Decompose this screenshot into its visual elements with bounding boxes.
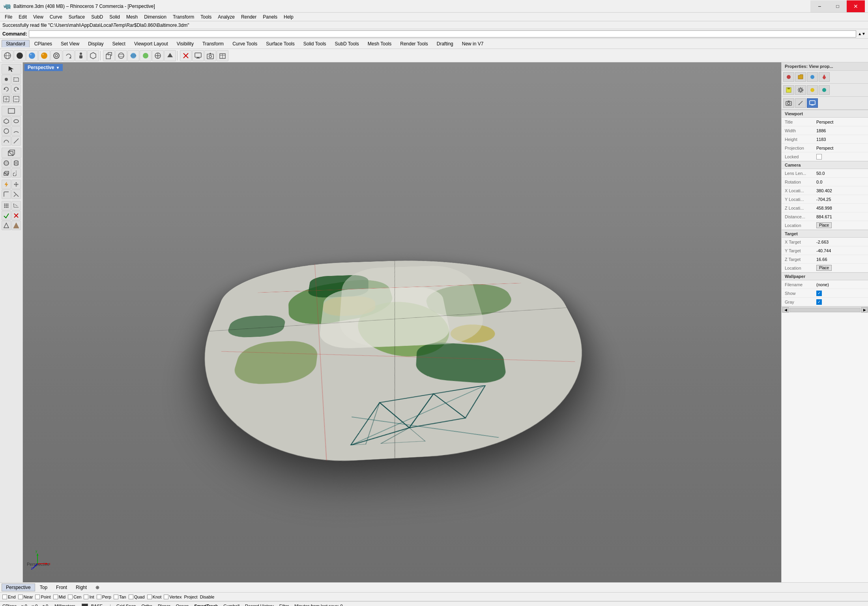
- menu-transform[interactable]: Transform: [170, 13, 197, 21]
- menu-curve[interactable]: Curve: [47, 13, 65, 21]
- command-input[interactable]: [29, 30, 857, 38]
- toolbar-icon-person[interactable]: [75, 50, 87, 61]
- menu-render[interactable]: Render: [238, 13, 260, 21]
- trim-icon[interactable]: [11, 189, 21, 199]
- layer-swatch[interactable]: [82, 604, 88, 606]
- snap-cen-checkbox[interactable]: [68, 595, 73, 599]
- close-button[interactable]: ✕: [847, 0, 865, 12]
- select-window-icon[interactable]: [11, 75, 21, 84]
- fillet-icon[interactable]: [2, 189, 11, 199]
- tab-solid-tools[interactable]: Solid Tools: [299, 40, 330, 47]
- ellipse-icon[interactable]: [11, 116, 21, 126]
- panel-icon-folder[interactable]: [795, 72, 806, 82]
- toolbar-icon-box2[interactable]: [217, 50, 228, 61]
- minimize-button[interactable]: −: [810, 0, 829, 12]
- tab-standard[interactable]: Standard: [2, 40, 30, 47]
- menu-help[interactable]: Help: [281, 13, 297, 21]
- snap-vertex-checkbox[interactable]: [164, 595, 168, 599]
- viewport-dropdown-arrow[interactable]: ▼: [56, 66, 60, 70]
- select-point-icon[interactable]: [2, 75, 11, 84]
- snap-point-checkbox[interactable]: [35, 595, 40, 599]
- vp-tab-top[interactable]: Top: [36, 584, 51, 591]
- viewport-label[interactable]: Perspective ▼: [24, 64, 63, 71]
- toolbar-icon-x-mark[interactable]: [180, 50, 192, 61]
- lightning-icon[interactable]: [2, 180, 11, 189]
- toolbar-icon-hex[interactable]: [87, 50, 99, 61]
- freeform-icon[interactable]: [2, 136, 11, 146]
- toolbar-icon-arrow-up[interactable]: [164, 50, 176, 61]
- box-icon[interactable]: [2, 148, 21, 158]
- panel-icon-save[interactable]: [783, 85, 794, 95]
- revolve-icon[interactable]: [11, 168, 21, 178]
- toolbar-icon-ring[interactable]: [51, 50, 62, 61]
- toolbar-icon-blue-sphere[interactable]: [26, 50, 38, 61]
- panel-icon-red-pencil[interactable]: [819, 72, 830, 82]
- tab-display[interactable]: Display: [84, 40, 107, 47]
- show-checkbox[interactable]: ✓: [816, 291, 822, 296]
- deselect-icon[interactable]: [11, 94, 21, 104]
- osnap-label[interactable]: Osnap: [176, 604, 189, 606]
- menu-mesh[interactable]: Mesh: [123, 13, 141, 21]
- gray-checkbox[interactable]: ✓: [816, 299, 822, 305]
- tab-cplanes[interactable]: CPlanes: [30, 40, 56, 47]
- menu-subd[interactable]: SubD: [88, 13, 106, 21]
- grid-snap-label[interactable]: Grid Snap: [116, 604, 136, 606]
- record-history-label[interactable]: Record History: [245, 604, 274, 606]
- x-close-icon[interactable]: [11, 211, 21, 220]
- arc-icon[interactable]: [11, 126, 21, 136]
- panel-icon-paint[interactable]: [783, 72, 794, 82]
- panel-icon-display[interactable]: [807, 98, 818, 108]
- panel-icon-gear[interactable]: [795, 85, 806, 95]
- panel-icon-camera2[interactable]: [783, 98, 794, 108]
- undo-icon[interactable]: [2, 84, 11, 94]
- command-down-arrow[interactable]: ▼: [862, 32, 866, 36]
- snap-tan-checkbox[interactable]: [114, 595, 118, 599]
- vp-tab-front[interactable]: Front: [52, 584, 71, 591]
- panel-icon-blue-circle[interactable]: [807, 72, 818, 82]
- tab-select[interactable]: Select: [108, 40, 129, 47]
- vp-tab-perspective[interactable]: Perspective: [2, 583, 35, 591]
- menu-tools[interactable]: Tools: [197, 13, 215, 21]
- snap-near-checkbox[interactable]: [18, 595, 23, 599]
- menu-surface[interactable]: Surface: [65, 13, 88, 21]
- scroll-left-arrow[interactable]: ◀: [782, 307, 789, 313]
- tab-viewport-layout[interactable]: Viewport Layout: [130, 40, 172, 47]
- smarttrack-label[interactable]: SmartTrack: [194, 604, 218, 606]
- grid-dots-icon[interactable]: [2, 201, 11, 210]
- tab-curve-tools[interactable]: Curve Tools: [228, 40, 261, 47]
- toolbar-icon-monitor[interactable]: [192, 50, 204, 61]
- extrude-icon[interactable]: [2, 168, 11, 178]
- menu-file[interactable]: File: [2, 13, 15, 21]
- target-place-button[interactable]: Place: [816, 265, 832, 271]
- maximize-button[interactable]: □: [829, 0, 847, 12]
- tab-surface-tools[interactable]: Surface Tools: [262, 40, 299, 47]
- toolbar-icon-solid-globe[interactable]: [14, 50, 26, 61]
- dimension-icon[interactable]: [11, 201, 21, 210]
- snap-quad-checkbox[interactable]: [129, 595, 133, 599]
- tab-transform[interactable]: Transform: [198, 40, 228, 47]
- menu-dimension[interactable]: Dimension: [141, 13, 170, 21]
- toolbar-icon-camera[interactable]: [204, 50, 216, 61]
- ortho-label[interactable]: Ortho: [141, 604, 152, 606]
- snap-perp-checkbox[interactable]: [97, 595, 101, 599]
- toolbar-icon-globe[interactable]: [2, 50, 13, 61]
- measure-icon[interactable]: [11, 221, 21, 230]
- menu-view[interactable]: View: [30, 13, 47, 21]
- filter-label[interactable]: Filter: [279, 604, 289, 606]
- toolbar-icon-globe2[interactable]: [127, 50, 139, 61]
- toolbar-icon-plus-circle[interactable]: [152, 50, 164, 61]
- viewport[interactable]: Perspective ▼: [23, 62, 781, 582]
- redo-icon[interactable]: [11, 84, 21, 94]
- command-up-arrow[interactable]: ▲: [858, 32, 862, 36]
- tab-mesh-tools[interactable]: Mesh Tools: [364, 40, 395, 47]
- locked-checkbox[interactable]: [816, 154, 822, 159]
- toolbar-icon-rotate[interactable]: [63, 50, 75, 61]
- select-all-icon[interactable]: [2, 94, 11, 104]
- checkmark-icon[interactable]: [2, 211, 11, 220]
- planar-label[interactable]: Planar: [158, 604, 170, 606]
- toolbar-icon-sphere-outline[interactable]: [115, 50, 127, 61]
- snap-int-checkbox[interactable]: [84, 595, 88, 599]
- select-arrow-icon[interactable]: [2, 64, 21, 74]
- snap-mid-checkbox[interactable]: [53, 595, 58, 599]
- tab-visibility[interactable]: Visibility: [173, 40, 198, 47]
